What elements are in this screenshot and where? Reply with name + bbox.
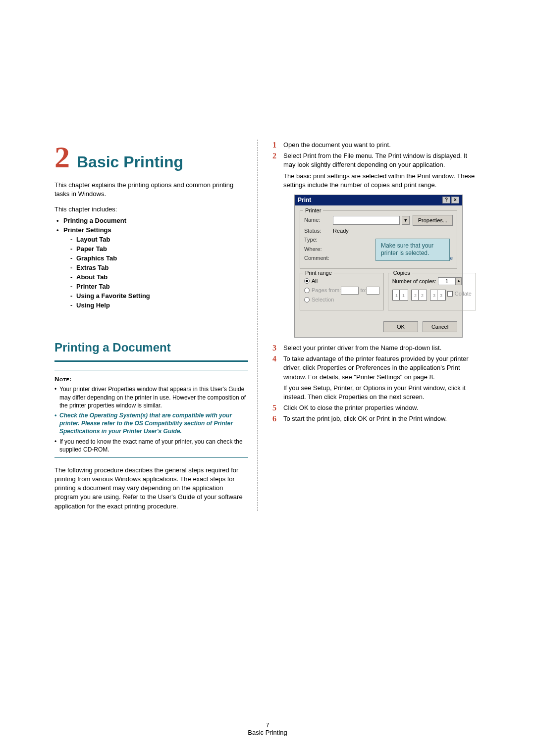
toc-item: Printer Settings Layout Tab Paper Tab Gr… <box>56 226 248 309</box>
ok-button[interactable]: OK <box>383 321 418 332</box>
close-icon[interactable]: × <box>451 197 459 203</box>
dialog-titlebar: Print ? × <box>295 195 462 205</box>
step-text: Select Print from the File menu. The Pri… <box>283 152 467 168</box>
note-label: Note: <box>54 375 72 383</box>
chevron-down-icon[interactable]: ▼ <box>402 216 410 225</box>
chapter-header: 2 Basic Printing <box>54 140 248 175</box>
dialog-title-text: Print <box>298 196 311 204</box>
note-rule-bottom <box>54 457 248 458</box>
intro-paragraph-1: This chapter explains the printing optio… <box>54 181 248 199</box>
comment-label: Comment: <box>304 254 333 262</box>
step-list: Open the document you want to print. Sel… <box>272 141 476 424</box>
toc-subitem[interactable]: Layout Tab <box>70 236 248 243</box>
step-1: Open the document you want to print. <box>272 141 476 150</box>
properties-button[interactable]: Properties... <box>413 215 453 226</box>
toc-subitem[interactable]: Using Help <box>70 302 248 309</box>
copies-fieldset: Copies Number of copies: 1 ▴ 11 22 <box>388 273 476 310</box>
toc-subitem[interactable]: Using a Favorite Setting <box>70 292 248 300</box>
collate-label: Collate <box>455 290 472 298</box>
toc-sublist: Layout Tab Paper Tab Graphics Tab Extras… <box>70 236 248 309</box>
toc-subitem[interactable]: Printer Tab <box>70 283 248 290</box>
step-6: To start the print job, click OK or Prin… <box>272 414 476 423</box>
page-footer: 7 Basic Printing <box>0 721 535 736</box>
print-dialog: Print ? × Printer Name: ▼ <box>294 195 463 338</box>
copies-input[interactable]: 1 <box>438 277 456 285</box>
callout-box: Make sure that your printer is selected. <box>375 239 450 261</box>
section-rule <box>54 360 248 362</box>
type-label: Type: <box>304 236 333 244</box>
toc-item[interactable]: Printing a Document <box>56 217 248 224</box>
name-label: Name: <box>304 216 333 224</box>
spinner-icon[interactable]: ▴ <box>456 277 462 285</box>
toc-subitem[interactable]: Extras Tab <box>70 264 248 271</box>
footer-title: Basic Printing <box>0 729 535 736</box>
fieldset-label: Printer <box>303 207 323 214</box>
note-list: Your printer driver Properties window th… <box>54 385 248 454</box>
step-4: To take advantage of the printer feature… <box>272 354 476 402</box>
step-2: Select Print from the File menu. The Pri… <box>272 151 476 338</box>
toc-item-label[interactable]: Printer Settings <box>63 226 111 234</box>
body-paragraph: The following procedure describes the ge… <box>54 466 248 511</box>
where-label: Where: <box>304 246 333 253</box>
status-label: Status: <box>304 227 333 235</box>
to-label: to: <box>360 287 366 294</box>
toc-subitem[interactable]: Graphics Tab <box>70 254 248 262</box>
printer-name-input[interactable] <box>333 216 400 225</box>
radio-all[interactable] <box>304 278 310 284</box>
fieldset-label: Print range <box>303 269 334 277</box>
from-input[interactable] <box>341 287 359 295</box>
chapter-title: Basic Printing <box>77 153 183 171</box>
radio-pages[interactable] <box>304 288 310 293</box>
collate-checkbox[interactable] <box>447 291 453 297</box>
step-text: To take advantage of the printer feature… <box>283 355 469 380</box>
to-input[interactable] <box>367 287 379 295</box>
print-range-fieldset: Print range All Pages from: to: <box>300 273 384 310</box>
step-subtext: The basic print settings are selected wi… <box>283 172 476 190</box>
copies-label: Number of copies: <box>392 278 436 285</box>
note-rule-top <box>54 370 248 370</box>
status-value: Ready <box>333 227 349 235</box>
section-title: Printing a Document <box>54 341 248 354</box>
note-item: Your printer driver Properties window th… <box>54 385 248 409</box>
help-icon[interactable]: ? <box>442 197 450 203</box>
page-number: 7 <box>0 721 535 729</box>
chapter-number: 2 <box>54 140 70 175</box>
note-item-highlight: Check the Operating System(s) that are c… <box>54 411 248 436</box>
toc-subitem[interactable]: About Tab <box>70 273 248 281</box>
toc-subitem[interactable]: Paper Tab <box>70 245 248 252</box>
toc-list: Printing a Document Printer Settings Lay… <box>56 217 248 309</box>
cancel-button[interactable]: Cancel <box>423 321 457 332</box>
collate-icon: 11 22 33 <box>392 290 446 301</box>
note-item: If you need to know the exact name of yo… <box>54 438 248 454</box>
fieldset-label: Copies <box>391 269 412 277</box>
intro-paragraph-2: This chapter includes: <box>54 205 248 213</box>
radio-selection[interactable] <box>304 297 310 302</box>
radio-pages-label: Pages <box>312 287 327 294</box>
step-3: Select your printer driver from the Name… <box>272 344 476 353</box>
printer-fieldset: Printer Name: ▼ Properties... Status:Rea… <box>300 210 457 269</box>
radio-all-label: All <box>312 277 318 285</box>
from-label: from: <box>328 287 341 294</box>
radio-selection-label: Selection <box>312 296 334 303</box>
step-5: Click OK to close the printer properties… <box>272 403 476 412</box>
step-subtext: If you see Setup, Printer, or Options in… <box>283 384 476 402</box>
